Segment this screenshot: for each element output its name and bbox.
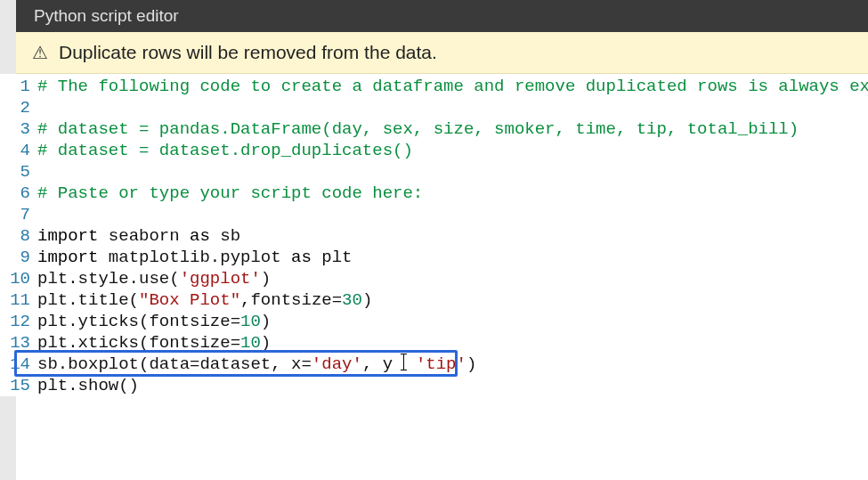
code-line[interactable]: 7 [0,204,868,225]
line-number: 4 [0,140,37,161]
editor-title: Python script editor [34,6,179,25]
code-line[interactable]: 9import matplotlib.pyplot as plt [0,247,868,268]
line-number: 6 [0,183,37,204]
line-number: 2 [0,97,37,118]
code-line[interactable]: 3# dataset = pandas.DataFrame(day, sex, … [0,118,868,140]
code-line[interactable]: 12plt.yticks(fontsize=10) [0,311,868,332]
line-number: 10 [0,268,37,289]
code-editor[interactable]: 1# The following code to create a datafr… [0,74,868,396]
code-line[interactable]: 4# dataset = dataset.drop_duplicates() [0,140,868,161]
code-content[interactable]: # The following code to create a datafra… [37,76,868,97]
code-content[interactable]: # dataset = pandas.DataFrame(day, sex, s… [37,118,868,140]
code-line[interactable]: 8import seaborn as sb [0,225,868,247]
code-content[interactable]: plt.yticks(fontsize=10) [37,311,868,332]
code-content[interactable]: # dataset = dataset.drop_duplicates() [37,140,868,161]
line-number: 8 [0,225,37,247]
line-number: 5 [0,161,37,183]
line-number: 9 [0,247,37,268]
code-line[interactable]: 15plt.show() [0,375,868,396]
warning-text: Duplicate rows will be removed from the … [59,42,437,63]
code-content[interactable]: # Paste or type your script code here: [37,183,868,204]
code-line[interactable]: 5 [0,161,868,183]
line-number: 7 [0,204,37,225]
code-line[interactable]: 11plt.title("Box Plot",fontsize=30) [0,289,868,311]
code-line[interactable]: 1# The following code to create a datafr… [0,76,868,97]
code-line[interactable]: 10plt.style.use('ggplot') [0,268,868,289]
warning-icon [34,45,50,60]
code-content[interactable]: plt.title("Box Plot",fontsize=30) [37,289,868,311]
editor-header: Python script editor [0,0,868,32]
highlight-box [14,350,458,377]
line-number: 1 [0,76,37,97]
line-number: 3 [0,118,37,140]
line-number: 12 [0,311,37,332]
code-line[interactable]: 2 [0,97,868,118]
line-number: 15 [0,375,37,396]
code-content[interactable]: plt.show() [37,375,868,396]
line-number: 11 [0,289,37,311]
warning-bar: Duplicate rows will be removed from the … [0,32,868,74]
code-content[interactable]: import matplotlib.pyplot as plt [37,247,868,268]
code-line[interactable]: 6# Paste or type your script code here: [0,183,868,204]
code-content[interactable]: import seaborn as sb [37,225,868,247]
code-content[interactable]: plt.style.use('ggplot') [37,268,868,289]
